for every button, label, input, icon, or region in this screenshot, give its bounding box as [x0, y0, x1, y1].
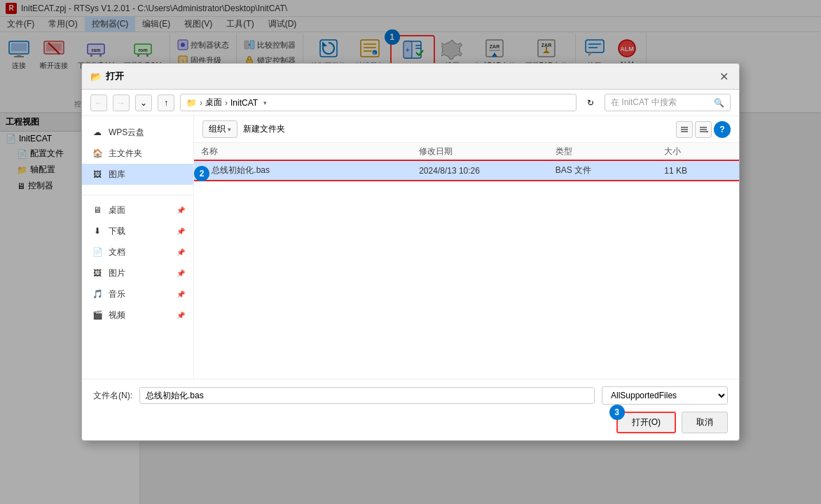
dropdown-nav-button[interactable]: ⌄ [135, 94, 152, 111]
col-name[interactable]: 名称 [194, 143, 412, 161]
file-list-area: 组织 新建文件夹 ? [194, 116, 739, 379]
file-type: BAS 文件 [549, 161, 658, 181]
view-icons: ? [676, 121, 731, 138]
nav-section-cloud: ☁ WPS云盘 🏠 主文件夹 🖼 图库 [82, 122, 193, 185]
nav-home-folder[interactable]: 🏠 主文件夹 [82, 143, 193, 164]
badge-3: 3 [609, 405, 625, 420]
breadcrumb-folder-icon: 📁 [186, 98, 197, 108]
nav-music[interactable]: 🎵 音乐 📌 [82, 284, 193, 304]
nav-gallery[interactable]: 🖼 图库 [82, 164, 193, 185]
gallery-icon: 🖼 [90, 167, 104, 181]
breadcrumb-bar[interactable]: 📁 › 桌面 › InitCAT [180, 94, 577, 111]
help-button[interactable]: ? [714, 121, 731, 138]
pictures-icon: 🖼 [90, 266, 104, 280]
filename-label: 文件名(N): [93, 390, 132, 402]
nav-videos[interactable]: 🎬 视频 📌 [82, 304, 193, 326]
breadcrumb-initcat: InitCAT [230, 98, 258, 108]
dialog-bottom: 文件名(N): AllSupportedFiles All Files 3 打开… [82, 379, 739, 440]
filetype-select[interactable]: AllSupportedFiles All Files [602, 386, 728, 405]
dialog-close-button[interactable]: ✕ [717, 69, 731, 83]
file-list-toolbar: 组织 新建文件夹 ? [194, 116, 739, 143]
cancel-button[interactable]: 取消 [682, 412, 728, 433]
back-button[interactable]: ← [90, 94, 107, 111]
nav-wps-cloud[interactable]: ☁ WPS云盘 [82, 122, 193, 143]
dialog-overlay: 📂 打开 ✕ ← → ⌄ ↑ 📁 › 桌面 › InitCAT ↻ 在 Init… [0, 0, 821, 504]
badge-2: 2 [194, 166, 209, 181]
new-folder-button[interactable]: 新建文件夹 [237, 121, 291, 137]
table-row[interactable]: 2 总线初始化.bas 2024/8/13 10:26 BAS 文件 11 KB [194, 161, 739, 181]
file-table: 名称 修改日期 类型 大小 2 [194, 143, 739, 379]
breadcrumb-desktop: 桌面 [205, 97, 222, 108]
forward-button[interactable]: → [113, 94, 130, 111]
filename-row: 文件名(N): AllSupportedFiles All Files [93, 386, 728, 405]
nav-downloads[interactable]: ⬇ 下载 📌 [82, 220, 193, 241]
wps-cloud-icon: ☁ [90, 125, 104, 139]
nav-documents[interactable]: 📄 文档 📌 [82, 241, 193, 262]
dialog-nav-toolbar: ← → ⌄ ↑ 📁 › 桌面 › InitCAT ↻ 在 InitCAT 中搜索… [82, 90, 739, 116]
dialog-titlebar: 📂 打开 ✕ [82, 64, 739, 90]
open-button[interactable]: 打开(O) [616, 412, 676, 433]
desktop-icon: 🖥 [90, 203, 104, 217]
breadcrumb-arrow: › [200, 98, 202, 108]
col-size[interactable]: 大小 [657, 143, 739, 161]
file-size: 11 KB [657, 161, 739, 181]
search-icon: 🔍 [714, 98, 724, 108]
col-modified[interactable]: 修改日期 [412, 143, 549, 161]
search-bar[interactable]: 在 InitCAT 中搜索 🔍 [605, 94, 731, 111]
nav-pictures[interactable]: 🖼 图片 📌 [82, 262, 193, 284]
breadcrumb-sep: › [225, 98, 228, 108]
breadcrumb-dropdown-arrow[interactable] [263, 99, 267, 106]
nav-desktop[interactable]: 🖥 桌面 📌 [82, 200, 193, 220]
up-button[interactable]: ↑ [158, 94, 174, 111]
dropdown-view-button[interactable] [695, 121, 712, 138]
dialog-body: ☁ WPS云盘 🏠 主文件夹 🖼 图库 [82, 116, 739, 379]
music-pin-icon: 📌 [177, 290, 185, 298]
dialog-title-icon: 📂 [90, 71, 102, 82]
search-placeholder: 在 InitCAT 中搜索 [611, 97, 677, 108]
videos-icon: 🎬 [90, 308, 104, 322]
organize-dropdown-icon [228, 126, 231, 133]
videos-pin-icon: 📌 [177, 312, 185, 319]
desktop-pin-icon: 📌 [177, 206, 185, 214]
filename-input[interactable] [139, 387, 595, 404]
documents-icon: 📄 [90, 245, 104, 259]
organize-label: 组织 [209, 123, 226, 135]
downloads-pin-icon: 📌 [177, 227, 185, 235]
downloads-icon: ⬇ [90, 224, 104, 238]
dialog-sidebar: ☁ WPS云盘 🏠 主文件夹 🖼 图库 [82, 116, 194, 379]
btn-row: 3 打开(O) 取消 [93, 412, 728, 433]
open-file-dialog: 📂 打开 ✕ ← → ⌄ ↑ 📁 › 桌面 › InitCAT ↻ 在 Init… [81, 63, 740, 441]
pictures-pin-icon: 📌 [177, 270, 185, 277]
organize-button[interactable]: 组织 [202, 120, 237, 138]
music-icon: 🎵 [90, 287, 104, 301]
list-view-button[interactable] [676, 121, 693, 138]
file-name-cell: 2 总线初始化.bas [194, 161, 412, 181]
nav-section-pinned: 🖥 桌面 📌 ⬇ 下载 📌 📄 文档 📌 [82, 200, 193, 326]
file-modified: 2024/8/13 10:26 [412, 161, 549, 181]
dialog-title-text: 📂 打开 [90, 70, 124, 83]
home-folder-icon: 🏠 [90, 146, 104, 160]
refresh-button[interactable]: ↻ [582, 94, 599, 111]
new-folder-label: 新建文件夹 [243, 124, 285, 134]
file-name: 总线初始化.bas [212, 165, 270, 175]
col-type[interactable]: 类型 [549, 143, 658, 161]
documents-pin-icon: 📌 [177, 248, 185, 256]
